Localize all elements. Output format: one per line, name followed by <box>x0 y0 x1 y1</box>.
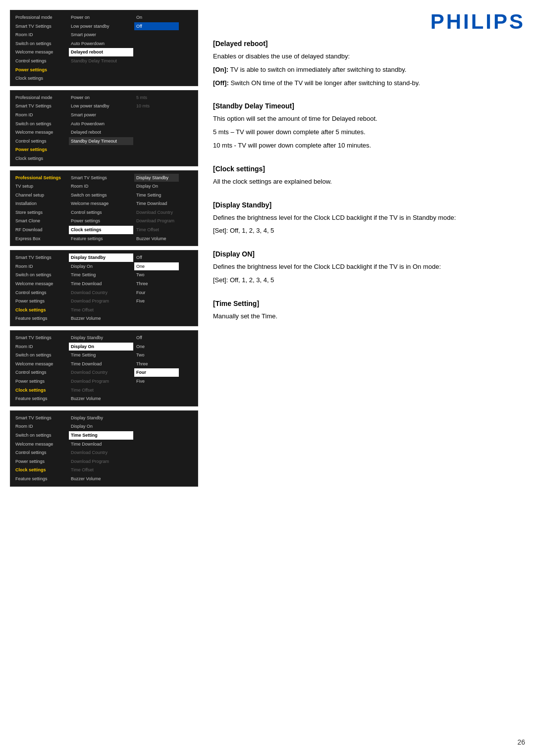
tv-item: Buzzer Volume <box>69 475 133 483</box>
tv-item: Auto Powerdown <box>69 40 133 48</box>
tv-item: Welcome message <box>69 200 133 208</box>
tv-item: Installation <box>13 200 68 208</box>
section-text: Enables or disables the use of delayed s… <box>213 51 525 62</box>
section-standby-delay: [Standby Delay Timeout] This option will… <box>213 102 525 151</box>
tv-item: Switch on settings <box>13 351 68 359</box>
tv-item: On <box>134 13 179 22</box>
section-text: [Set]: Off, 1, 2, 3, 4, 5 <box>213 275 525 286</box>
tv-item-one: One <box>134 262 179 271</box>
tv-item: Welcome message <box>13 128 68 137</box>
tv-item: Feature settings <box>13 475 68 483</box>
section-text: Defines the brightness level for the Clo… <box>213 213 525 223</box>
tv-item: Three <box>134 360 179 368</box>
section-clock-settings: [Clock settings] All the clock settings … <box>213 165 525 187</box>
bold-on: [On]: <box>213 66 228 73</box>
tv-item: Switch on settings <box>69 191 133 200</box>
tv-item: Control settings <box>13 137 68 146</box>
tv-screen-6: Smart TV Settings Room ID Switch on sett… <box>10 410 198 487</box>
section-title-delayed-reboot: [Delayed reboot] <box>213 40 525 48</box>
tv-item: Time Setting <box>134 191 179 200</box>
tv-item: Download Program <box>69 457 133 466</box>
tv-item: Clock settings <box>13 74 68 83</box>
tv-item: Time Download <box>69 440 133 449</box>
tv-item: Power settings <box>13 377 68 386</box>
tv-item: Room ID <box>13 422 68 431</box>
section-title-display-on: [Display ON] <box>213 250 525 258</box>
tv-item: Two <box>134 271 179 279</box>
tv-col-1-s5: Smart TV Settings Room ID Switch on sett… <box>13 334 68 403</box>
tv-item-display-on-sel: Display On <box>69 343 133 351</box>
tv-item: Smart power <box>69 31 133 39</box>
tv-item: Time Setting <box>69 271 133 279</box>
tv-screen-1: Professional mode Smart TV Settings Room… <box>10 10 198 86</box>
tv-item: Display On <box>134 182 179 191</box>
tv-col-2-s5: Display Standby Display On Time Setting … <box>69 334 133 403</box>
tv-col-2-s2: Power on Low power standby Smart power A… <box>69 94 133 163</box>
section-text: Defines the brightness level for the Clo… <box>213 262 525 272</box>
tv-item: Room ID <box>13 343 68 351</box>
tv-item: Switch on settings <box>13 120 68 128</box>
tv-item: Power on <box>69 94 133 102</box>
tv-item: Display Standby <box>69 414 133 422</box>
tv-item: Time Offset <box>69 466 133 474</box>
bold-off: [Off]: <box>213 79 229 87</box>
tv-col-1-s4: Smart TV Settings Room ID Switch on sett… <box>13 253 68 323</box>
tv-item: Control settings <box>13 57 68 65</box>
tv-item: Display On <box>69 262 133 271</box>
tv-screen-5: Smart TV Settings Room ID Switch on sett… <box>10 330 198 406</box>
tv-col-1-s6: Smart TV Settings Room ID Switch on sett… <box>13 414 68 483</box>
tv-item: Switch on settings <box>13 40 68 48</box>
section-delayed-reboot: [Delayed reboot] Enables or disables the… <box>213 40 525 88</box>
tv-item: Smart Clone <box>13 217 68 225</box>
tv-item: Control settings <box>13 368 68 377</box>
tv-col-3-s3: Display Standby Display On Time Setting … <box>134 174 179 243</box>
section-title-clock: [Clock settings] <box>213 165 525 173</box>
tv-item: Professional mode <box>13 94 68 102</box>
tv-item: Store settings <box>13 208 68 217</box>
tv-item: Welcome message <box>13 440 68 449</box>
tv-item: Three <box>134 280 179 288</box>
tv-item: Professional Settings <box>13 174 68 182</box>
tv-item: Five <box>134 297 179 305</box>
tv-item: Control settings <box>13 289 68 297</box>
tv-item: 5 mts <box>134 94 179 102</box>
right-column: [Delayed reboot] Enables or disables the… <box>208 10 525 487</box>
section-text: 5 mts – TV will power down complete afte… <box>213 127 525 138</box>
tv-item: Display On <box>69 422 133 431</box>
tv-item: Express Box <box>13 235 68 243</box>
tv-item-selected: Clock settings <box>69 226 133 234</box>
tv-item: Download Program <box>69 297 133 305</box>
tv-item: Power settings <box>13 66 68 74</box>
tv-item: Delayed reboot <box>69 128 133 137</box>
tv-item: Feature settings <box>13 395 68 403</box>
tv-item-active: Off <box>134 22 179 31</box>
tv-item-display-standby-sel: Display Standby <box>69 253 133 262</box>
tv-item: Display Standby <box>69 334 133 342</box>
tv-item: 10 mts <box>134 102 179 110</box>
page-number: 26 <box>517 738 525 746</box>
tv-item: Smart TV Settings <box>69 174 133 182</box>
tv-item: Time Download <box>69 280 133 288</box>
tv-item: One <box>134 343 179 351</box>
tv-item: Control settings <box>13 449 68 457</box>
tv-item: Two <box>134 351 179 359</box>
tv-item: Time Download <box>134 200 179 208</box>
section-text-off: [Off]: Switch ON time of the TV will be … <box>213 78 525 89</box>
section-text: All the clock settings are explained bel… <box>213 177 525 187</box>
tv-item: Room ID <box>13 31 68 39</box>
tv-item: Buzzer Volume <box>134 235 179 243</box>
tv-item: Welcome message <box>13 48 68 56</box>
tv-item: Time Offset <box>69 306 133 314</box>
tv-col-1-s3: Professional Settings TV setup Channel s… <box>13 174 68 243</box>
tv-item: Control settings <box>69 208 133 217</box>
tv-screen-2: Professional mode Smart TV Settings Room… <box>10 90 198 166</box>
tv-item-four: Four <box>134 368 179 377</box>
tv-item: Four <box>134 289 179 297</box>
tv-item: Clock settings <box>13 306 68 314</box>
tv-item: Time Setting <box>69 351 133 359</box>
tv-item: Switch on settings <box>13 271 68 279</box>
tv-screen-3: Professional Settings TV setup Channel s… <box>10 170 198 247</box>
tv-item: Power settings <box>13 457 68 466</box>
section-text: This option will set the amount of time … <box>213 114 525 124</box>
tv-item-highlighted: Standby Delay Timeout <box>69 137 133 146</box>
